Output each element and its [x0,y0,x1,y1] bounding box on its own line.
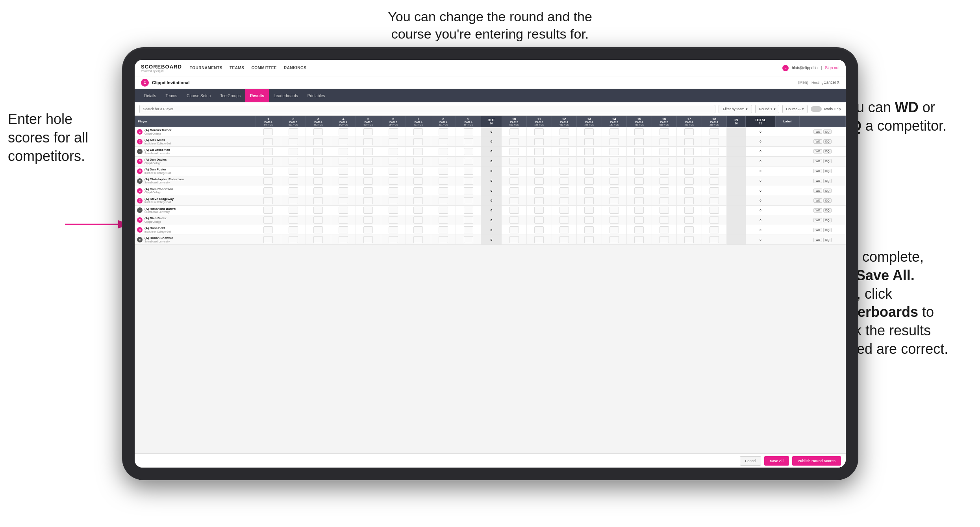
dq-button-7[interactable]: DQ [823,198,832,203]
score-input-7-5[interactable] [363,197,373,204]
score-input-6-18[interactable] [710,187,719,194]
score-input-4-18[interactable] [710,168,719,175]
score-input-3-2[interactable] [289,158,298,165]
score-input-1-16[interactable] [660,138,669,145]
score-input-4-3[interactable] [313,168,323,175]
score-input-6-12[interactable] [559,187,569,194]
score-input-1-13[interactable] [584,138,594,145]
score-input-3-14[interactable] [609,158,619,165]
score-input-1-10[interactable] [509,138,519,145]
score-input-1-8[interactable] [439,138,448,145]
score-input-11-2[interactable] [289,236,298,243]
score-input-3-10[interactable] [509,158,519,165]
score-input-2-3[interactable] [313,148,323,155]
score-input-11-9[interactable] [464,236,473,243]
score-input-3-5[interactable] [363,158,373,165]
score-input-3-7[interactable] [413,158,423,165]
course-selector[interactable]: Course A ▾ [782,105,808,113]
score-input-10-13[interactable] [584,226,594,233]
score-input-10-8[interactable] [439,226,448,233]
score-input-11-11[interactable] [534,236,544,243]
nav-teams[interactable]: TEAMS [230,66,245,70]
dq-button-2[interactable]: DQ [823,149,832,153]
wd-button-4[interactable]: WD [813,169,822,173]
score-input-10-9[interactable] [464,226,473,233]
score-input-8-17[interactable] [684,207,694,214]
score-input-5-15[interactable] [634,178,644,185]
score-input-11-18[interactable] [710,236,719,243]
nav-tournaments[interactable]: TOURNAMENTS [190,66,222,70]
score-input-6-9[interactable] [464,187,473,194]
score-input-11-8[interactable] [439,236,448,243]
score-input-0-4[interactable] [339,128,348,135]
score-input-7-15[interactable] [634,197,644,204]
score-input-0-2[interactable] [289,128,298,135]
wd-button-1[interactable]: WD [813,139,822,144]
score-input-7-16[interactable] [660,197,669,204]
score-input-8-3[interactable] [313,207,323,214]
dq-button-8[interactable]: DQ [823,208,832,213]
wd-button-0[interactable]: WD [813,129,822,134]
score-input-2-18[interactable] [710,148,719,155]
score-input-1-15[interactable] [634,138,644,145]
round-selector[interactable]: Round 1 ▾ [755,105,779,113]
wd-button-6[interactable]: WD [813,189,822,193]
score-input-6-1[interactable] [263,187,273,194]
score-input-0-10[interactable] [509,128,519,135]
score-input-3-8[interactable] [439,158,448,165]
score-input-3-12[interactable] [559,158,569,165]
score-input-2-15[interactable] [634,148,644,155]
score-input-11-14[interactable] [609,236,619,243]
score-input-0-5[interactable] [363,128,373,135]
score-input-4-13[interactable] [584,168,594,175]
score-input-7-11[interactable] [534,197,544,204]
score-input-4-1[interactable] [263,168,273,175]
score-input-6-15[interactable] [634,187,644,194]
score-input-5-10[interactable] [509,178,519,185]
score-input-1-14[interactable] [609,138,619,145]
score-input-1-7[interactable] [413,138,423,145]
score-input-4-14[interactable] [609,168,619,175]
score-input-9-11[interactable] [534,216,544,224]
score-input-2-14[interactable] [609,148,619,155]
score-input-3-15[interactable] [634,158,644,165]
score-input-11-6[interactable] [389,236,398,243]
score-input-7-13[interactable] [584,197,594,204]
score-input-2-13[interactable] [584,148,594,155]
dq-button-3[interactable]: DQ [823,159,832,163]
score-input-10-15[interactable] [634,226,644,233]
score-input-9-14[interactable] [609,216,619,224]
score-input-0-3[interactable] [313,128,323,135]
score-input-6-3[interactable] [313,187,323,194]
dq-button-11[interactable]: DQ [823,238,832,242]
score-input-5-12[interactable] [559,178,569,185]
score-input-8-7[interactable] [413,207,423,214]
score-input-1-11[interactable] [534,138,544,145]
score-input-4-2[interactable] [289,168,298,175]
score-input-5-2[interactable] [289,178,298,185]
score-input-2-16[interactable] [660,148,669,155]
score-input-8-2[interactable] [289,207,298,214]
tab-results[interactable]: Results [245,89,269,102]
score-input-10-18[interactable] [710,226,719,233]
score-input-9-4[interactable] [339,216,348,224]
score-input-10-4[interactable] [339,226,348,233]
score-input-8-18[interactable] [710,207,719,214]
score-input-10-5[interactable] [363,226,373,233]
score-input-0-11[interactable] [534,128,544,135]
score-input-11-5[interactable] [363,236,373,243]
score-input-8-6[interactable] [389,207,398,214]
score-input-9-3[interactable] [313,216,323,224]
score-input-9-18[interactable] [710,216,719,224]
score-input-9-7[interactable] [413,216,423,224]
score-input-1-9[interactable] [464,138,473,145]
score-input-7-7[interactable] [413,197,423,204]
score-input-8-4[interactable] [339,207,348,214]
score-input-8-15[interactable] [634,207,644,214]
score-input-3-17[interactable] [684,158,694,165]
score-input-5-16[interactable] [660,178,669,185]
score-input-8-1[interactable] [263,207,273,214]
score-input-11-12[interactable] [559,236,569,243]
score-input-10-1[interactable] [263,226,273,233]
score-input-9-9[interactable] [464,216,473,224]
